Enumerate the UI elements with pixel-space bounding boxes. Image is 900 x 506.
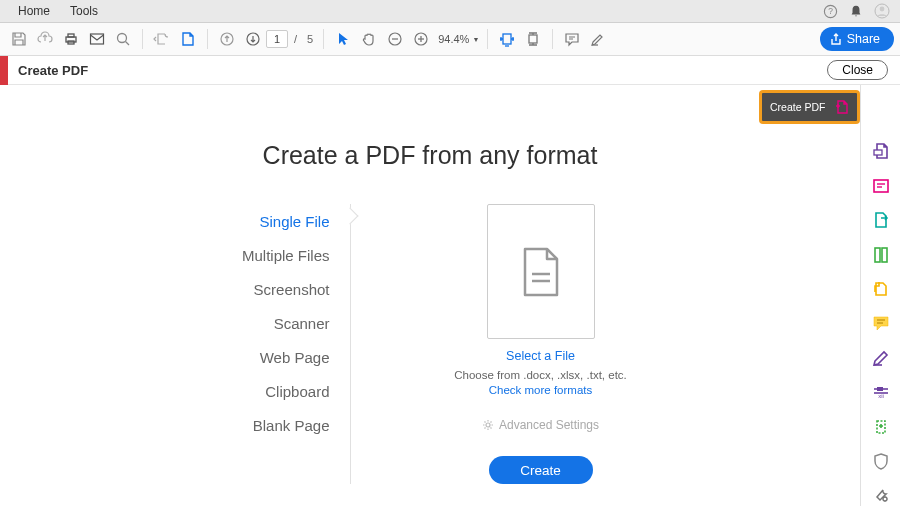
divider xyxy=(350,204,351,484)
rail-optimize-icon[interactable] xyxy=(870,417,892,437)
menu-bar: Home Tools ? xyxy=(0,0,900,23)
option-single-file[interactable]: Single File xyxy=(170,204,330,238)
subbar: Create PDF Close xyxy=(0,56,900,85)
page-thumbnails-icon[interactable] xyxy=(149,26,175,52)
svg-rect-7 xyxy=(91,34,104,44)
svg-point-8 xyxy=(118,34,127,43)
hand-tool-icon[interactable] xyxy=(356,26,382,52)
file-icon xyxy=(519,245,563,299)
svg-point-3 xyxy=(880,7,885,12)
search-icon[interactable] xyxy=(110,26,136,52)
zoom-in-icon[interactable] xyxy=(408,26,434,52)
option-multiple-files[interactable]: Multiple Files xyxy=(170,238,330,272)
page-down-icon[interactable] xyxy=(240,26,266,52)
fit-page-icon[interactable] xyxy=(520,26,546,52)
bell-icon[interactable] xyxy=(846,1,866,21)
svg-rect-5 xyxy=(68,34,74,37)
toolbar: / 5 94.4%▼ Share xyxy=(0,23,900,56)
option-scanner[interactable]: Scanner xyxy=(170,306,330,340)
page-separator: / xyxy=(294,33,297,45)
svg-point-38 xyxy=(883,497,887,501)
svg-rect-36 xyxy=(877,387,883,391)
page-number-input[interactable] xyxy=(266,30,288,48)
main-content: Create PDF Create a PDF from any format … xyxy=(0,85,860,506)
select-file-link[interactable]: Select a File xyxy=(506,349,575,363)
svg-rect-26 xyxy=(874,180,888,192)
cloud-upload-icon[interactable] xyxy=(32,26,58,52)
option-blank-page[interactable]: Blank Page xyxy=(170,408,330,442)
check-more-formats-link[interactable]: Check more formats xyxy=(489,384,593,396)
account-icon[interactable] xyxy=(872,1,892,21)
page-view-icon[interactable] xyxy=(175,26,201,52)
svg-point-24 xyxy=(486,423,490,427)
svg-rect-18 xyxy=(529,35,537,43)
create-pdf-icon xyxy=(833,98,851,116)
source-options: Single File Multiple Files Screenshot Sc… xyxy=(170,204,350,484)
email-icon[interactable] xyxy=(84,26,110,52)
svg-rect-29 xyxy=(875,248,880,262)
svg-text:xii: xii xyxy=(878,393,884,399)
rail-edit-pdf-icon[interactable] xyxy=(870,175,892,195)
rail-organize-icon[interactable] xyxy=(870,244,892,264)
rail-combine-icon[interactable] xyxy=(870,279,892,299)
callout-create-pdf: Create PDF xyxy=(759,90,860,124)
menu-home[interactable]: Home xyxy=(8,0,60,23)
comment-icon[interactable] xyxy=(559,26,585,52)
page-heading: Create a PDF from any format xyxy=(263,141,598,170)
option-screenshot[interactable]: Screenshot xyxy=(170,272,330,306)
active-tool-indicator xyxy=(0,56,8,85)
fit-width-icon[interactable] xyxy=(494,26,520,52)
print-icon[interactable] xyxy=(58,26,84,52)
rail-protect-icon[interactable] xyxy=(870,451,892,471)
highlight-icon[interactable] xyxy=(585,26,611,52)
select-tool-icon[interactable] xyxy=(330,26,356,52)
zoom-level[interactable]: 94.4%▼ xyxy=(438,33,479,45)
svg-rect-30 xyxy=(882,248,887,262)
save-icon[interactable] xyxy=(6,26,32,52)
page-total: 5 xyxy=(307,33,313,45)
rail-create-pdf-icon[interactable] xyxy=(870,141,892,161)
rail-more-tools-icon[interactable] xyxy=(870,486,892,506)
gear-icon xyxy=(482,419,494,431)
svg-rect-25 xyxy=(874,150,882,155)
share-icon xyxy=(830,33,842,45)
create-button[interactable]: Create xyxy=(489,456,593,484)
advanced-settings: Advanced Settings xyxy=(482,418,599,432)
rail-comment-icon[interactable] xyxy=(870,313,892,333)
file-hint: Choose from .docx, .xlsx, .txt, etc. xyxy=(454,369,627,381)
chevron-down-icon: ▼ xyxy=(472,36,479,43)
rail-sign-icon[interactable] xyxy=(870,348,892,368)
svg-rect-17 xyxy=(503,34,511,44)
rail-export-pdf-icon[interactable] xyxy=(870,210,892,230)
help-icon[interactable]: ? xyxy=(820,1,840,21)
menu-tools[interactable]: Tools xyxy=(60,0,108,23)
panel-title: Create PDF xyxy=(18,63,88,78)
close-button[interactable]: Close xyxy=(827,60,888,80)
option-web-page[interactable]: Web Page xyxy=(170,340,330,374)
svg-text:?: ? xyxy=(828,6,833,16)
zoom-out-icon[interactable] xyxy=(382,26,408,52)
share-button[interactable]: Share xyxy=(820,27,894,51)
right-tool-rail: xii xyxy=(860,85,900,506)
callout-label: Create PDF xyxy=(770,101,825,113)
file-dropzone[interactable] xyxy=(487,204,595,339)
svg-line-9 xyxy=(126,42,130,46)
page-up-icon[interactable] xyxy=(214,26,240,52)
option-clipboard[interactable]: Clipboard xyxy=(170,374,330,408)
rail-redact-icon[interactable]: xii xyxy=(870,382,892,402)
